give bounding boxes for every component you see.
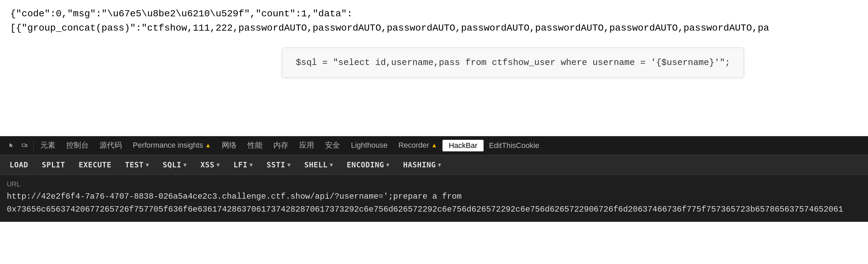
sqli-dropdown-arrow: ▼ bbox=[183, 162, 187, 168]
hackbar-url-area: URL http://42e2f6f4-7a76-4707-8838-026a5… bbox=[0, 175, 868, 222]
url-line-2: 0x73656c65637420677265726f757705f636f6e6… bbox=[7, 205, 843, 214]
sql-code-block: $sql = "select id,username,pass from ctf… bbox=[282, 48, 744, 78]
svg-rect-1 bbox=[26, 145, 27, 147]
tab-security[interactable]: 安全 bbox=[320, 136, 345, 155]
xss-dropdown-arrow: ▼ bbox=[216, 162, 220, 168]
json-line-2: [{"group_concat(pass)":"ctfshow,111,222,… bbox=[10, 21, 858, 35]
lfi-button[interactable]: LFI ▼ bbox=[228, 158, 259, 172]
encoding-button[interactable]: ENCODING ▼ bbox=[341, 158, 396, 172]
json-output: {"code":0,"msg":"\u67e5\u8be2\u6210\u529… bbox=[10, 7, 858, 35]
shell-dropdown-arrow: ▼ bbox=[330, 162, 333, 168]
hackbar-toolbar: LOAD SPLIT EXECUTE TEST ▼ SQLI ▼ XSS ▼ L… bbox=[0, 155, 868, 175]
test-dropdown-arrow: ▼ bbox=[146, 162, 149, 168]
device-toggle-icon[interactable] bbox=[19, 140, 30, 151]
tab-hackbar[interactable]: HackBar bbox=[442, 140, 483, 151]
tab-recorder[interactable]: Recorder ▲ bbox=[393, 136, 442, 155]
json-line-1: {"code":0,"msg":"\u67e5\u8be2\u6210\u529… bbox=[10, 7, 858, 21]
url-line-1: http://42e2f6f4-7a76-4707-8838-026a5a4ce… bbox=[7, 192, 462, 201]
hashing-button[interactable]: HASHING ▼ bbox=[397, 158, 447, 172]
tab-lighthouse[interactable]: Lighthouse bbox=[345, 136, 393, 155]
url-content[interactable]: http://42e2f6f4-7a76-4707-8838-026a5a4ce… bbox=[7, 190, 861, 216]
svg-rect-0 bbox=[22, 144, 25, 147]
encoding-dropdown-arrow: ▼ bbox=[386, 162, 390, 168]
devtools-tabbar: 元素 控制台 源代码 Performance insights ▲ 网络 性能 … bbox=[0, 136, 868, 155]
split-button[interactable]: SPLIT bbox=[36, 158, 71, 172]
hashing-dropdown-arrow: ▼ bbox=[438, 162, 441, 168]
tab-memory[interactable]: 内存 bbox=[268, 136, 294, 155]
ssti-button[interactable]: SSTI ▼ bbox=[260, 158, 297, 172]
tab-performance-insights[interactable]: Performance insights ▲ bbox=[127, 136, 216, 155]
tab-console[interactable]: 控制台 bbox=[61, 136, 94, 155]
performance-insights-warning-icon: ▲ bbox=[205, 142, 211, 149]
test-button[interactable]: TEST ▼ bbox=[119, 158, 155, 172]
recorder-warning-icon: ▲ bbox=[431, 142, 437, 149]
ssti-dropdown-arrow: ▼ bbox=[287, 162, 291, 168]
tab-sources[interactable]: 源代码 bbox=[94, 136, 127, 155]
sql-code-text: $sql = "select id,username,pass from ctf… bbox=[296, 57, 730, 68]
execute-button[interactable]: EXECUTE bbox=[73, 158, 117, 172]
lfi-dropdown-arrow: ▼ bbox=[250, 162, 253, 168]
tab-network[interactable]: 网络 bbox=[216, 136, 242, 155]
tab-application[interactable]: 应用 bbox=[294, 136, 320, 155]
sqli-button[interactable]: SQLI ▼ bbox=[157, 158, 193, 172]
shell-button[interactable]: SHELL ▼ bbox=[298, 158, 339, 172]
xss-button[interactable]: XSS ▼ bbox=[194, 158, 226, 172]
tab-elements[interactable]: 元素 bbox=[35, 136, 61, 155]
tab-performance[interactable]: 性能 bbox=[242, 136, 268, 155]
main-content: {"code":0,"msg":"\u67e5\u8be2\u6210\u529… bbox=[0, 0, 868, 136]
load-button[interactable]: LOAD bbox=[3, 158, 34, 172]
tab-editthiscookie[interactable]: EditThisCookie bbox=[484, 141, 545, 150]
url-label: URL bbox=[7, 180, 861, 188]
devtools-icon-group bbox=[3, 140, 34, 151]
cursor-tool-icon[interactable] bbox=[6, 140, 17, 151]
